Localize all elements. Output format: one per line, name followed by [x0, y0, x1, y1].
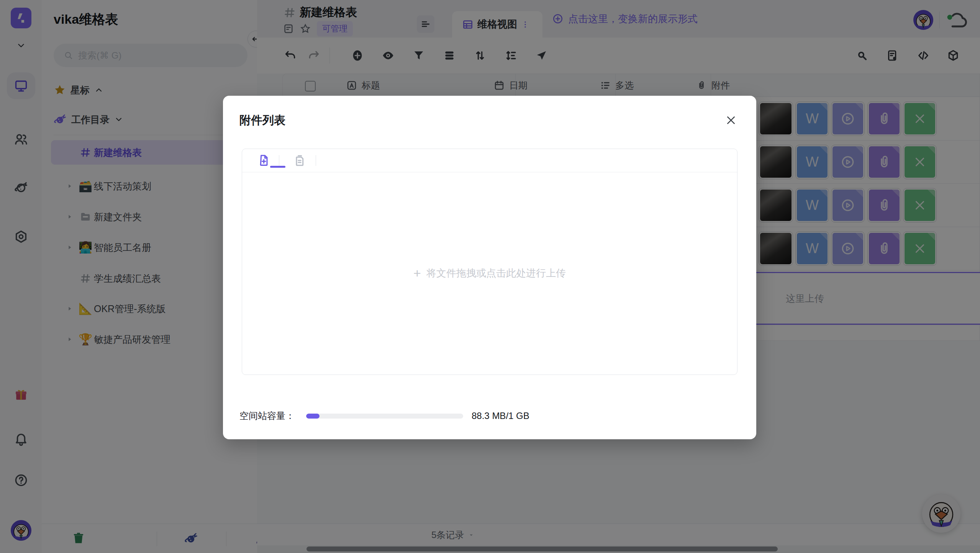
- active-tab-underline: [270, 166, 285, 168]
- storage-value: 88.3 MB/1 GB: [472, 411, 529, 421]
- tab-upload-paste[interactable]: [293, 154, 306, 167]
- file-plus-icon: [258, 154, 270, 167]
- modal-title: 附件列表: [239, 113, 285, 128]
- upload-dropzone[interactable]: + 将文件拖拽或点击此处进行上传: [242, 172, 737, 374]
- storage-progress-fill: [306, 414, 320, 419]
- modal-close-button[interactable]: [723, 112, 739, 129]
- upload-panel: + 将文件拖拽或点击此处进行上传: [242, 149, 737, 375]
- app-window: vika维格表 搜索(⌘ G) 星标 工作目录: [0, 0, 980, 553]
- storage-progress-track: [306, 414, 463, 419]
- storage-label: 空间站容量：: [239, 410, 295, 422]
- clipboard-file-icon: [293, 154, 306, 167]
- plus-icon: +: [413, 267, 421, 280]
- upload-tabs: [242, 149, 737, 172]
- dropzone-hint: 将文件拖拽或点击此处进行上传: [426, 267, 566, 280]
- close-icon: [725, 114, 737, 126]
- storage-row: 空间站容量： 88.3 MB/1 GB: [239, 408, 740, 424]
- attachment-modal: 附件列表: [223, 96, 756, 439]
- tab-upload-file[interactable]: [258, 154, 270, 167]
